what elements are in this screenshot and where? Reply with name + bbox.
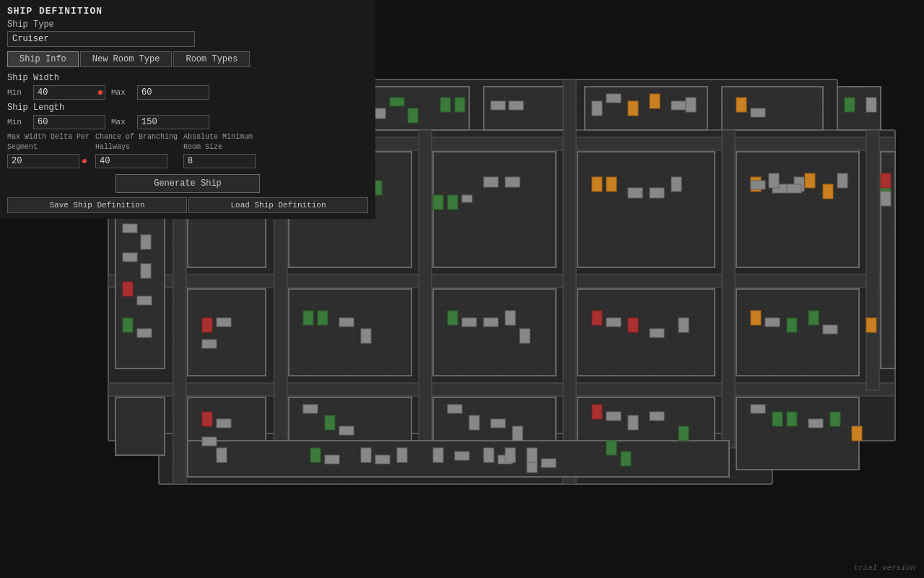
max-width-delta-input[interactable] [7, 154, 79, 168]
svg-rect-24 [866, 130, 879, 390]
load-ship-button[interactable]: Load Ship Definition [188, 197, 368, 213]
svg-rect-67 [484, 318, 498, 327]
svg-rect-49 [592, 177, 602, 191]
svg-rect-163 [123, 253, 137, 262]
chance-branching-input[interactable] [95, 154, 167, 168]
svg-rect-108 [852, 426, 862, 441]
absolute-min-field: Absolute MinimumRoom Size [183, 132, 256, 168]
svg-rect-46 [462, 195, 472, 202]
svg-rect-61 [303, 311, 313, 325]
svg-rect-33 [433, 289, 556, 376]
svg-rect-52 [650, 188, 664, 198]
svg-rect-37 [116, 397, 165, 455]
generate-ship-button[interactable]: Generate Ship [116, 174, 260, 193]
svg-rect-78 [808, 311, 819, 325]
svg-rect-58 [202, 318, 212, 332]
svg-rect-107 [830, 412, 840, 426]
svg-rect-23 [722, 130, 735, 448]
svg-rect-51 [628, 188, 642, 198]
svg-rect-85 [303, 405, 318, 413]
min-label-1: Min [7, 88, 27, 97]
tab-ship-info[interactable]: Ship Info [7, 51, 79, 67]
svg-rect-149 [751, 181, 765, 189]
svg-rect-90 [397, 448, 407, 462]
ship-width-min-input[interactable] [33, 85, 105, 100]
svg-rect-126 [440, 98, 450, 112]
svg-rect-73 [650, 329, 664, 337]
save-ship-button[interactable]: Save Ship Definition [7, 197, 187, 213]
svg-rect-69 [520, 329, 530, 343]
svg-rect-167 [123, 318, 133, 332]
svg-rect-155 [881, 173, 891, 188]
red-dot-2 [82, 159, 87, 163]
svg-rect-161 [123, 224, 137, 233]
svg-rect-47 [484, 177, 498, 187]
ship-type-input[interactable] [7, 31, 195, 47]
ship-width-max-input[interactable] [137, 85, 209, 100]
left-panel: SHIP DEFINITION Ship Type Ship Info New … [0, 0, 375, 219]
svg-rect-66 [462, 318, 476, 327]
svg-rect-156 [881, 191, 891, 206]
svg-rect-117 [621, 452, 631, 466]
svg-rect-125 [408, 108, 418, 123]
svg-rect-50 [606, 177, 616, 191]
svg-rect-123 [375, 108, 385, 118]
trial-version-text: trial version [853, 564, 915, 572]
ship-width-row: Min Max [7, 85, 368, 100]
svg-rect-59 [217, 318, 231, 327]
svg-rect-21 [419, 130, 432, 448]
tab-room-types[interactable]: Room Types [173, 51, 250, 67]
svg-rect-34 [578, 289, 715, 376]
max-width-delta-field: Max Width Delta PerSegment [7, 132, 90, 168]
svg-rect-103 [751, 405, 765, 413]
tab-new-room-type[interactable]: New Room Type [80, 51, 173, 67]
svg-rect-17 [108, 275, 895, 288]
svg-rect-60 [202, 340, 217, 348]
svg-rect-131 [606, 94, 621, 103]
svg-rect-83 [202, 437, 217, 446]
svg-rect-76 [765, 318, 780, 327]
svg-rect-77 [787, 318, 797, 332]
svg-rect-109 [310, 448, 321, 462]
svg-rect-18 [108, 383, 895, 396]
svg-rect-75 [751, 311, 761, 325]
svg-rect-129 [509, 101, 523, 110]
max-label-1: Max [111, 88, 131, 97]
chance-branching-label: Chance of BranchingHallways [95, 132, 178, 152]
svg-rect-97 [592, 405, 602, 419]
bottom-buttons: Save Ship Definition Load Ship Definitio… [7, 197, 368, 213]
absolute-min-input[interactable] [183, 154, 256, 168]
ship-width-label: Ship Width [7, 73, 368, 83]
svg-rect-44 [433, 195, 443, 210]
chance-branching-field: Chance of BranchingHallways [95, 132, 178, 168]
svg-rect-162 [141, 235, 151, 249]
svg-rect-32 [289, 289, 411, 376]
svg-rect-106 [808, 419, 823, 428]
svg-rect-31 [188, 289, 266, 376]
svg-rect-81 [202, 412, 212, 426]
svg-rect-92 [469, 415, 479, 430]
svg-rect-68 [505, 311, 515, 325]
svg-rect-28 [578, 152, 715, 267]
svg-rect-166 [137, 296, 152, 305]
ship-length-max-input[interactable] [137, 115, 209, 129]
svg-rect-135 [686, 98, 696, 112]
svg-rect-124 [390, 98, 404, 106]
svg-rect-87 [339, 426, 354, 435]
svg-rect-164 [141, 264, 151, 278]
svg-rect-88 [361, 448, 371, 462]
ship-width-min-wrapper [33, 85, 105, 100]
svg-rect-63 [339, 318, 354, 327]
svg-rect-95 [527, 448, 537, 462]
svg-rect-102 [606, 441, 616, 455]
svg-rect-70 [592, 311, 602, 325]
ship-length-min-input[interactable] [33, 115, 105, 129]
svg-rect-116 [527, 462, 537, 473]
svg-rect-111 [455, 452, 469, 460]
svg-rect-94 [513, 426, 523, 441]
svg-rect-133 [650, 94, 660, 108]
svg-rect-152 [805, 173, 815, 188]
svg-rect-151 [787, 184, 801, 193]
segment-options-row: Max Width Delta PerSegment Chance of Bra… [7, 132, 368, 168]
svg-rect-165 [123, 282, 133, 296]
